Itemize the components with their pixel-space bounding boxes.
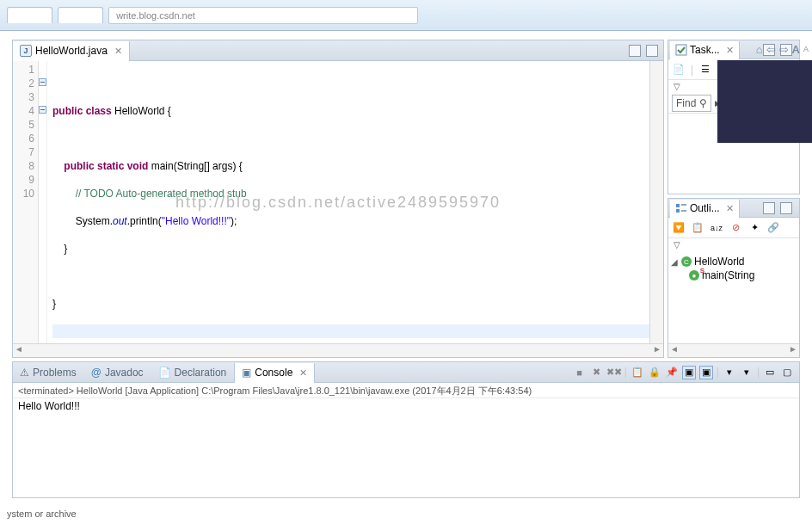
- perspective-strip: ⌂ ⇦ ⇨ A A: [717, 40, 812, 498]
- forward-icon[interactable]: ⇨: [779, 43, 789, 56]
- browser-tab[interactable]: [7, 7, 52, 23]
- declaration-icon: 📄: [158, 367, 171, 379]
- close-icon[interactable]: ✕: [114, 46, 122, 57]
- console-icon: ▣: [242, 367, 251, 379]
- pin-console-icon[interactable]: 📌: [665, 366, 679, 379]
- tab-problems[interactable]: ⚠ Problems: [13, 362, 84, 382]
- tab-javadoc[interactable]: @ Javadoc: [84, 362, 151, 382]
- code-editor[interactable]: 12345678910 public class HelloWorld { pu…: [13, 61, 663, 343]
- sort-icon[interactable]: 🔽: [672, 221, 686, 235]
- display-selected-icon[interactable]: ▣: [682, 366, 696, 379]
- browser-chrome: write.blog.csdn.net: [0, 0, 812, 31]
- status-bar: ystem or archive: [0, 507, 812, 524]
- find-input[interactable]: Find ⚲: [672, 95, 711, 112]
- svg-rect-4: [681, 210, 686, 212]
- hide-fields-icon[interactable]: 📋: [691, 221, 704, 235]
- bottom-pane: ⚠ Problems @ Javadoc 📄 Declaration ▣ Con…: [12, 361, 800, 498]
- class-icon: C: [681, 256, 692, 267]
- method-icon: ●S: [689, 270, 699, 280]
- minimize-view-icon[interactable]: [629, 45, 641, 57]
- tab-console[interactable]: ▣ Console ✕: [234, 363, 315, 383]
- javadoc-icon: @: [91, 367, 102, 379]
- open-console-icon[interactable]: ▣: [699, 366, 713, 379]
- remove-all-icon[interactable]: ✖✖: [607, 366, 621, 379]
- outline-icon: [675, 202, 687, 214]
- minimized-view-panel[interactable]: [717, 60, 812, 143]
- svg-rect-1: [676, 204, 680, 207]
- console-output[interactable]: Hello World!!!: [13, 398, 799, 497]
- code-text[interactable]: public class HelloWorld { public static …: [47, 61, 649, 343]
- problems-icon: ⚠: [20, 367, 29, 379]
- terminate-icon[interactable]: ■: [573, 366, 587, 379]
- home-icon[interactable]: ⌂: [756, 43, 763, 56]
- editor-tab-title: HelloWorld.java: [35, 45, 108, 57]
- editor-hscrollbar[interactable]: [13, 343, 663, 357]
- svg-rect-0: [676, 45, 686, 55]
- editor-pane: J HelloWorld.java ✕ 12345678910: [12, 40, 664, 358]
- close-icon[interactable]: ✕: [299, 367, 307, 379]
- font-small-icon[interactable]: A: [803, 45, 809, 53]
- editor-tab-row: J HelloWorld.java ✕: [13, 40, 663, 61]
- editor-vscrollbar[interactable]: [649, 61, 663, 343]
- browser-tab-2[interactable]: [58, 7, 103, 23]
- back-icon[interactable]: ⇦: [766, 43, 776, 56]
- line-number-gutter: 12345678910: [13, 61, 39, 343]
- remove-launch-icon[interactable]: ✖: [590, 366, 604, 379]
- tasks-icon: [675, 44, 687, 56]
- new-task-icon[interactable]: 📄: [672, 63, 686, 77]
- search-icon: ⚲: [699, 97, 707, 109]
- clear-console-icon[interactable]: 📋: [631, 366, 644, 379]
- tab-declaration[interactable]: 📄 Declaration: [151, 362, 235, 382]
- svg-rect-3: [681, 204, 686, 206]
- font-icon[interactable]: A: [792, 43, 800, 56]
- maximize-view-icon[interactable]: [646, 45, 658, 57]
- chevron-down-icon[interactable]: ◢: [670, 257, 679, 267]
- scroll-lock-icon[interactable]: 🔒: [648, 366, 661, 379]
- editor-tab-helloworld[interactable]: J HelloWorld.java ✕: [13, 41, 130, 61]
- tree-view-icon[interactable]: ☰: [698, 63, 712, 77]
- url-bar[interactable]: write.blog.csdn.net: [108, 7, 418, 24]
- svg-rect-2: [676, 209, 680, 213]
- folding-gutter[interactable]: [39, 61, 47, 343]
- java-file-icon: J: [20, 45, 32, 57]
- console-termination-line: <terminated> HelloWorld [Java Applicatio…: [13, 383, 799, 398]
